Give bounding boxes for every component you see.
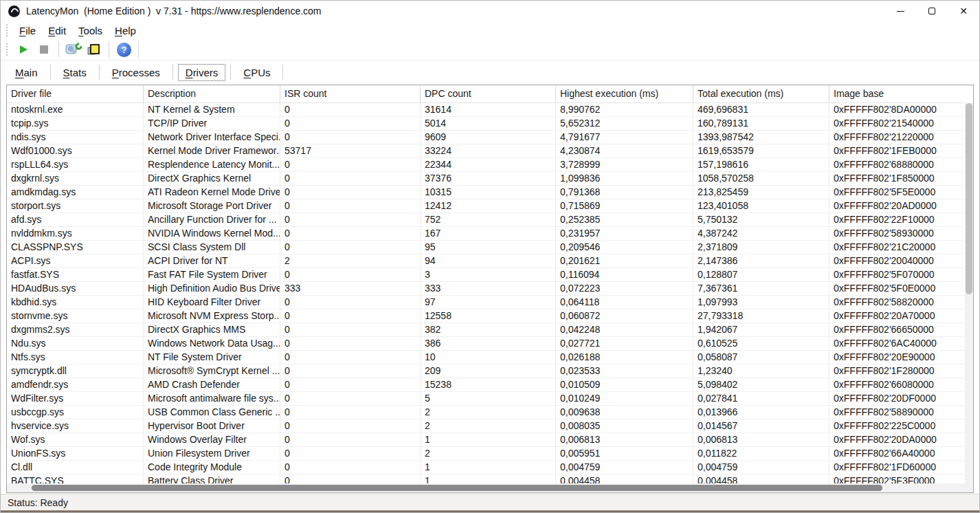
cell-image-base: 0xFFFFF802'20E90000 [829,351,965,364]
cell-highest-execution: 0,042248 [556,323,693,336]
cell-driver-file: tcpip.sys [7,117,144,130]
cell-highest-execution: 5,652312 [556,117,693,130]
cell-image-base: 0xFFFFF802'66650000 [829,323,965,336]
cell-dpc-count: 12412 [421,199,556,212]
table-row[interactable]: ACPI.sys ACPI Driver for NT 2 94 0,20162… [7,254,965,268]
table-row[interactable]: storport.sys Microsoft Storage Port Driv… [7,199,965,213]
vertical-scrollbar-thumb[interactable] [966,103,972,294]
cell-highest-execution: 0,004458 [556,474,693,483]
cell-dpc-count: 2 [421,419,556,433]
tab-drivers[interactable]: Drivers [178,64,226,81]
table-row[interactable]: ndis.sys Network Driver Interface Speci.… [7,131,965,144]
vertical-scrollbar[interactable] [965,103,973,483]
tab-processes[interactable]: Processes [104,64,168,81]
cell-description: ATI Radeon Kernel Mode Driver [144,186,280,199]
cell-total-execution: 27,793318 [693,309,829,323]
cell-total-execution: 0,058087 [693,351,829,364]
cell-image-base: 0xFFFFF802'8DA00000 [829,103,965,116]
cell-total-execution: 0,011822 [693,447,829,460]
cell-isr-count: 0 [280,268,421,281]
tab-main[interactable]: Main [8,64,45,81]
table-row[interactable]: ntoskrnl.exe NT Kernel & System 0 31614 … [7,103,965,117]
cell-highest-execution: 0,027721 [556,337,693,350]
cell-image-base: 0xFFFFF802'5F070000 [829,268,965,281]
table-row[interactable]: Ndu.sys Windows Network Data Usag... 0 3… [7,337,965,351]
table-row[interactable]: symcryptk.dll Microsoft® SymCrypt Kernel… [7,364,965,378]
cell-highest-execution: 4,230874 [556,144,693,157]
table-row[interactable]: Wdf01000.sys Kernel Mode Driver Framewor… [7,144,965,158]
stop-monitor-button[interactable] [34,41,54,58]
cell-image-base: 0xFFFFF802'58930000 [829,227,965,240]
column-header-total-execution[interactable]: Total execution (ms) [693,85,829,102]
horizontal-scrollbar-thumb[interactable] [32,485,882,491]
copy-report-button[interactable] [84,41,104,58]
table-row[interactable]: usbccgp.sys USB Common Class Generic ...… [7,406,965,419]
cell-image-base: 0xFFFFF802'22F10000 [829,213,965,226]
toolbar-gripper [6,43,9,56]
cell-dpc-count: 1 [421,461,556,474]
play-icon [18,44,29,55]
table-row[interactable]: amdkmdag.sys ATI Radeon Kernel Mode Driv… [7,186,965,199]
menu-file[interactable]: File [13,23,42,38]
column-header-driver-file[interactable]: Driver file [7,85,144,102]
table-row[interactable]: fastfat.SYS Fast FAT File System Driver … [7,268,965,282]
table-row[interactable]: hvservice.sys Hypervisor Boot Driver 0 2… [7,419,965,433]
cell-total-execution: 0,014567 [693,419,829,433]
help-button[interactable]: ? [113,41,134,58]
table-row[interactable]: dxgmms2.sys DirectX Graphics MMS 0 382 0… [7,323,965,337]
table-row[interactable]: rspLLL64.sys Resplendence Latency Monit.… [7,158,965,172]
column-header-dpc-count[interactable]: DPC count [421,85,556,102]
table-row[interactable]: WdFilter.sys Microsoft antimalware file … [7,392,965,406]
title-bar: LatencyMon (Home Edition ) v 7.31 - http… [1,1,979,21]
tab-cpus[interactable]: CPUs [236,64,278,81]
cell-description: ACPI Driver for NT [144,254,280,268]
close-button[interactable]: ✕ [948,1,979,21]
table-row[interactable]: HDAudBus.sys High Definition Audio Bus D… [7,282,965,296]
cell-description: High Definition Audio Bus Driver [144,282,280,295]
column-header-image-base[interactable]: Image base [829,85,965,102]
options-button[interactable] [63,41,84,58]
table-row[interactable]: BATTC.SYS Battery Class Driver 0 1 0,004… [7,474,965,483]
column-header-description[interactable]: Description [144,85,280,102]
table-row[interactable]: nvlddmkm.sys NVIDIA Windows Kernel Mod..… [7,227,965,241]
table-row[interactable]: kbdhid.sys HID Keyboard Filter Driver 0 … [7,296,965,309]
table-row[interactable]: tcpip.sys TCP/IP Driver 0 5014 5,652312 … [7,117,965,131]
table-row[interactable]: CLASSPNP.SYS SCSI Class System Dll 0 95 … [7,241,965,254]
cell-dpc-count: 1 [421,433,556,446]
menu-help[interactable]: Help [109,23,142,38]
menu-tools[interactable]: Tools [72,23,109,38]
cell-driver-file: fastfat.SYS [7,268,144,281]
maximize-button[interactable] [916,1,948,21]
cell-highest-execution: 0,201621 [556,254,693,268]
cell-driver-file: ntoskrnl.exe [7,103,144,116]
cell-description: NVIDIA Windows Kernel Mod... [144,227,280,240]
table-row[interactable]: Cl.dll Code Integrity Module 0 1 0,00475… [7,461,965,474]
menu-edit[interactable]: Edit [42,23,72,38]
table-row[interactable]: afd.sys Ancillary Function Driver for ..… [7,213,965,227]
column-header-isr-count[interactable]: ISR count [280,85,421,102]
column-header-highest-execution[interactable]: Highest execution (ms) [556,85,693,102]
cell-image-base: 0xFFFFF802'1F850000 [829,172,965,185]
table-row[interactable]: amdfendr.sys AMD Crash Defender 0 15238 … [7,378,965,392]
cell-driver-file: stornvme.sys [7,309,144,323]
cell-isr-count: 0 [280,474,421,483]
cell-driver-file: dxgmms2.sys [7,323,144,336]
horizontal-scrollbar[interactable] [7,483,965,492]
table-row[interactable]: UnionFS.sys Union Filesystem Driver 0 2 … [7,447,965,461]
svg-text:?: ? [121,45,126,55]
table-row[interactable]: stornvme.sys Microsoft NVM Express Storp… [7,309,965,323]
minimize-button[interactable] [884,1,916,21]
table-row[interactable]: dxgkrnl.sys DirectX Graphics Kernel 0 37… [7,172,965,186]
table-row[interactable]: Ntfs.sys NT File System Driver 0 10 0,02… [7,351,965,364]
tab-stats[interactable]: Stats [56,64,94,81]
table-row[interactable]: Wof.sys Windows Overlay Filter 0 1 0,006… [7,433,965,447]
cell-image-base: 0xFFFFF802'5F3F0000 [829,474,965,483]
toolbar-separator [138,41,139,58]
cell-isr-count: 0 [280,392,421,405]
cell-isr-count: 0 [280,378,421,391]
scrollbar-corner [965,483,973,492]
start-monitor-button[interactable] [13,41,34,58]
cell-total-execution: 1,942067 [693,323,829,336]
cell-dpc-count: 2 [421,447,556,460]
cell-highest-execution: 8,990762 [556,103,693,116]
